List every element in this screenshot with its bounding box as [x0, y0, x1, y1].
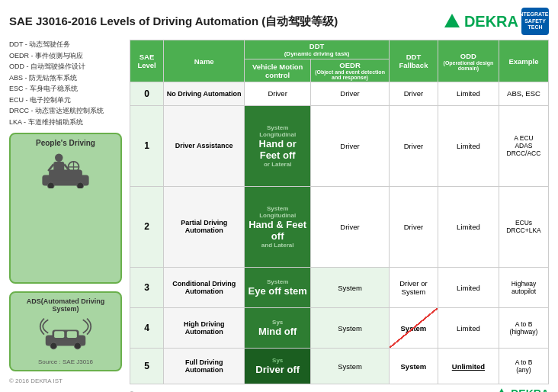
svg-point-1 [55, 153, 63, 162]
main-container: SAE J3016-2016 Levels of Driving Automat… [0, 0, 558, 392]
glossary-item-ecu: ECU - 电子控制单元 [9, 95, 122, 106]
th-ddt: DDT (Dynamic driving task) [245, 40, 390, 59]
th-odd: ODD (Operational design domain) [438, 40, 499, 82]
footer-dekra: DEKRA [495, 387, 549, 392]
fallback-cell: Driver [389, 105, 438, 186]
fallback-cell: Driver or System [389, 268, 438, 308]
copyright: © 2016 DEKRA IST [9, 378, 122, 384]
glossary-item-odd: ODD - 自动驾驶操作设计 [9, 62, 122, 72]
th-name: Name [164, 40, 245, 82]
glossary-item-oedr: OEDR - 事件侦测与响应 [9, 51, 122, 62]
odd-cell: Limited [438, 105, 499, 186]
glossary-item-esc: ESC - 车身电子稳系统 [9, 84, 122, 95]
page-title: SAE J3016-2016 Levels of Driving Automat… [9, 14, 338, 29]
person-car-icon [39, 150, 92, 188]
odd-cell: Limited [438, 186, 499, 267]
level-cell: 2 [130, 186, 164, 267]
header: SAE J3016-2016 Levels of Driving Automat… [9, 8, 549, 35]
th-sae-level: SAE Level [130, 40, 164, 82]
name-cell: Partial Driving Automation [164, 186, 245, 267]
svg-point-11 [77, 182, 84, 188]
vm-highlight-cell: System Longitudinal Hand & Feet off and … [245, 186, 311, 267]
th-ddt-fallback: DDT Fallback [389, 40, 438, 82]
dekra-text: DEKRA [464, 13, 518, 31]
ads-label: ADS(Automated Driving System) [15, 297, 116, 313]
example-cell: ABS, ESC [499, 82, 548, 106]
ads-box: ADS(Automated Driving System) [9, 291, 122, 371]
glossary-item-lka: LKA - 车道维持辅助系统 [9, 117, 122, 128]
glossary-item-drcc: DRCC - 动态雷达巡航控制系统 [9, 106, 122, 117]
vm-cell: Driver [245, 82, 311, 106]
peoples-driving-box: People's Driving [9, 133, 122, 284]
peoples-driving-label: People's Driving [15, 139, 116, 147]
left-panel: DDT - 动态驾驶任务 OEDR - 事件侦测与响应 ODD - 自动驾驶操作… [9, 40, 122, 384]
example-cell: A to B(highway) [499, 308, 548, 349]
odd-unlimited-cell: Unlimited [438, 349, 499, 384]
glossary-item-abs: ABS - 防无钻煞车系统 [9, 73, 122, 84]
name-cell: No Driving Automation [164, 82, 245, 106]
content-area: DDT - 动态驾驶任务 OEDR - 事件侦测与响应 ODD - 自动驾驶操作… [9, 40, 549, 384]
fallback-strikethrough-cell: System [389, 308, 438, 349]
svg-point-10 [47, 182, 54, 188]
example-cell: Highway autopilot [499, 268, 548, 308]
dekra-symbol-icon [443, 12, 461, 31]
oedr-cell: Driver [311, 105, 390, 186]
oedr-cell: System [311, 349, 390, 384]
level-cell: 4 [130, 308, 164, 349]
odd-cell: Limited [438, 268, 499, 308]
glossary-item-ddt: DDT - 动态驾驶任务 [9, 40, 122, 50]
fallback-cell: System [389, 349, 438, 384]
table-row: 3 Conditional Driving Automation System … [130, 268, 549, 308]
oedr-cell: Driver [311, 186, 390, 267]
table-row: 0 No Driving Automation Driver Driver Dr… [130, 82, 549, 106]
table-body: 0 No Driving Automation Driver Driver Dr… [130, 82, 549, 384]
table-row: 1 Driver Assistance System Longitudinal … [130, 105, 549, 186]
vm-highlight-cell: System Longitudinal Hand or Feet off or … [245, 105, 311, 186]
th-example: Example [499, 40, 548, 82]
level-cell: 5 [130, 349, 164, 384]
source-text: Source : SAE J3016 [15, 358, 116, 365]
odd-cell: Limited [438, 82, 499, 106]
automation-table: SAE Level Name DDT (Dynamic driving task… [130, 40, 549, 384]
fallback-cell: Driver [389, 186, 438, 267]
oedr-cell: System [311, 268, 390, 308]
fallback-cell: Driver [389, 82, 438, 106]
svg-rect-15 [67, 331, 77, 338]
example-cell: A to B(any) [499, 349, 548, 384]
table-row: 2 Partial Driving Automation System Long… [130, 186, 549, 267]
name-cell: High Driving Automation [164, 308, 245, 349]
name-cell: Conditional Driving Automation [164, 268, 245, 308]
table-row: 5 Full Driving Automation Sys Driver off… [130, 349, 549, 384]
odd-cell: Limited [438, 308, 499, 349]
svg-rect-9 [49, 169, 82, 180]
svg-marker-0 [444, 14, 460, 27]
table-area: SAE Level Name DDT (Dynamic driving task… [130, 40, 549, 384]
glossary: DDT - 动态驾驶任务 OEDR - 事件侦测与响应 ODD - 自动驾驶操作… [9, 40, 122, 128]
oedr-cell: Driver [311, 82, 390, 106]
dekra-badge-icon: INTEGRATEDSAFETYTECH [521, 8, 549, 35]
svg-rect-14 [54, 331, 64, 338]
level-cell: 3 [130, 268, 164, 308]
svg-marker-18 [497, 388, 507, 392]
footer-dekra-text: DEKRA [511, 387, 549, 392]
name-cell: Full Driving Automation [164, 349, 245, 384]
th-oedr: OEDR (Object and event detection and res… [311, 59, 390, 82]
oedr-cell: System [311, 308, 390, 349]
vm-highlight-cell: System Eye off stem [245, 268, 311, 308]
footer: © 2016 DEKRA IST DEKRA [130, 387, 549, 392]
dekra-logo: DEKRA INTEGRATEDSAFETYTECH [443, 8, 549, 35]
vm-highlight-cell: Sys Driver off [245, 349, 311, 384]
example-cell: A ECUADASDRCC/ACC [499, 105, 548, 186]
level-cell: 0 [130, 82, 164, 106]
th-vehicle-motion: Vehicle Motion control [245, 59, 311, 82]
level-cell: 1 [130, 105, 164, 186]
table-row: 4 High Driving Automation Sys Mind off S… [130, 308, 549, 349]
ads-car-icon [39, 316, 92, 354]
example-cell: ECUsDRCC+LKA [499, 186, 548, 267]
svg-point-16 [50, 342, 57, 349]
svg-point-17 [74, 342, 81, 349]
footer-dekra-icon [495, 387, 508, 392]
vm-highlight-cell: Sys Mind off [245, 308, 311, 349]
name-cell: Driver Assistance [164, 105, 245, 186]
